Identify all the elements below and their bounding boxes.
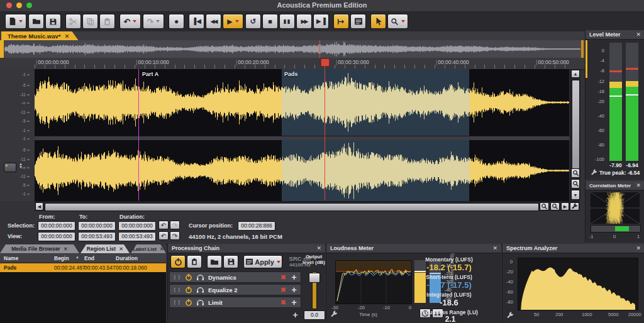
save-button[interactable] bbox=[45, 14, 61, 29]
scroll-down-button[interactable]: ▼ bbox=[571, 190, 580, 200]
paste-button[interactable] bbox=[99, 14, 115, 29]
selection-redo-button[interactable]: ↷ bbox=[170, 221, 180, 229]
effect-row-limit[interactable]: ⋮⋮ Limit ✖ ＋ bbox=[169, 297, 301, 308]
output-fader-handle[interactable] bbox=[309, 273, 320, 283]
document-tab[interactable]: Theme Music.wav* ✕ bbox=[1, 31, 78, 40]
column-begin[interactable]: Begin bbox=[54, 255, 69, 261]
effect-monitor-icon[interactable] bbox=[196, 287, 204, 293]
playhead-handle[interactable] bbox=[321, 58, 330, 67]
effect-power-icon[interactable] bbox=[185, 286, 192, 293]
undo-dropdown-icon[interactable] bbox=[133, 20, 136, 23]
column-end[interactable]: End bbox=[84, 255, 94, 261]
processing-chain-close-icon[interactable]: ✕ bbox=[316, 245, 321, 251]
chain-open-button[interactable] bbox=[207, 255, 222, 268]
effect-add-icon[interactable]: ＋ bbox=[290, 297, 298, 308]
level-meter-close-icon[interactable]: ✕ bbox=[636, 31, 641, 38]
tab-label-list[interactable]: Label List✕ bbox=[131, 244, 166, 253]
effect-row-dynamics[interactable]: ⋮⋮ Dynamics ✖ ＋ bbox=[169, 271, 301, 283]
tab-close-icon[interactable]: ✕ bbox=[64, 246, 68, 252]
view-redo-button[interactable]: ↷ bbox=[170, 231, 180, 240]
effect-name[interactable]: Dynamics bbox=[208, 274, 236, 281]
scroll-right-button[interactable]: ▶ bbox=[561, 202, 569, 211]
waveform-channel-1[interactable] bbox=[35, 69, 569, 136]
redo-button[interactable]: ↷ bbox=[143, 14, 164, 29]
region-row-pads[interactable]: Pads 00:00:24.487 00:00:43.547 00:00:19.… bbox=[0, 263, 166, 272]
drag-handle-icon[interactable]: ⋮⋮ bbox=[172, 287, 181, 293]
view-duration-field[interactable]: 00:00:53:493 bbox=[118, 232, 156, 241]
fast-forward-button[interactable]: ▶▶ bbox=[296, 14, 312, 29]
pause-button[interactable]: ▮▮ bbox=[279, 14, 295, 29]
view-to-field[interactable]: 00:00:53:493 bbox=[78, 232, 116, 241]
vertical-scroll-thumb[interactable] bbox=[572, 80, 580, 169]
view-undo-button[interactable]: ↶ bbox=[158, 231, 169, 240]
column-duration[interactable]: Duration bbox=[116, 255, 138, 261]
horizontal-scroll-thumb[interactable] bbox=[45, 203, 539, 211]
apply-dropdown-icon[interactable] bbox=[277, 261, 280, 263]
chain-power-button[interactable] bbox=[170, 255, 186, 268]
selection-from-field[interactable]: 00:00:00:000 bbox=[38, 221, 75, 231]
play-button[interactable]: ▶ bbox=[223, 14, 243, 29]
selection-duration-field[interactable]: 00:00:00:000 bbox=[118, 221, 156, 231]
drag-handle-icon[interactable]: ⋮⋮ bbox=[172, 275, 181, 280]
copy-button[interactable] bbox=[82, 14, 98, 29]
effect-name[interactable]: Equalize 2 bbox=[208, 287, 237, 293]
loop-button[interactable]: ↺ bbox=[245, 14, 261, 29]
zoom-tool-button[interactable] bbox=[387, 14, 408, 29]
stop-button[interactable]: ■ bbox=[262, 14, 278, 29]
tab-media-file-browser[interactable]: Media File Browser✕ bbox=[0, 244, 79, 253]
selection-tool-button[interactable] bbox=[370, 14, 386, 29]
append-effect-icon[interactable]: ＋ bbox=[291, 309, 299, 320]
effect-add-icon[interactable]: ＋ bbox=[290, 271, 298, 283]
correlation-meter-close-icon[interactable]: ✕ bbox=[636, 182, 641, 189]
rewind-button[interactable]: ◀◀ bbox=[206, 14, 221, 29]
effect-name[interactable]: Limit bbox=[208, 299, 223, 306]
spectrum-analyzer-close-icon[interactable]: ✕ bbox=[636, 245, 641, 251]
overview-waveform[interactable] bbox=[4, 41, 580, 57]
tab-region-list[interactable]: Region List✕ bbox=[80, 244, 130, 253]
chain-paste-button[interactable] bbox=[187, 255, 202, 268]
waveform-channel-2[interactable] bbox=[35, 140, 569, 201]
loudness-settings-wrench-icon[interactable] bbox=[330, 310, 338, 318]
document-tab-close-icon[interactable]: ✕ bbox=[64, 33, 69, 40]
effect-delete-icon[interactable]: ✖ bbox=[280, 298, 286, 307]
trim-tool-button[interactable] bbox=[333, 14, 349, 29]
level-meter-settings-wrench-icon[interactable] bbox=[591, 169, 597, 176]
view-from-field[interactable]: 00:00:00:000 bbox=[38, 232, 75, 241]
wave-settings-wrench-icon[interactable] bbox=[570, 202, 579, 211]
tab-close-icon[interactable]: ✕ bbox=[160, 246, 164, 252]
zoom-dropdown-icon[interactable] bbox=[401, 20, 405, 23]
selection-undo-button[interactable]: ↶ bbox=[158, 221, 169, 229]
horizontal-scrollbar[interactable]: ◀ ▶ bbox=[35, 201, 580, 212]
column-name[interactable]: Name bbox=[4, 255, 18, 261]
new-file-dropdown-icon[interactable] bbox=[19, 20, 23, 23]
undo-button[interactable]: ↶ bbox=[119, 14, 141, 29]
go-to-start-button[interactable]: ▐◀ bbox=[189, 14, 204, 29]
zoom-in-horizontal-button[interactable] bbox=[540, 202, 549, 211]
scroll-up-button[interactable]: ▲ bbox=[571, 70, 580, 78]
effect-monitor-icon[interactable] bbox=[196, 299, 204, 306]
marker-part-a-line[interactable] bbox=[138, 69, 139, 200]
zoom-out-horizontal-button[interactable] bbox=[550, 202, 560, 211]
cut-button[interactable] bbox=[65, 14, 81, 29]
selection-to-field[interactable]: 00:00:00:000 bbox=[78, 221, 116, 231]
drag-handle-icon[interactable]: ⋮⋮ bbox=[172, 300, 181, 305]
effect-add-icon[interactable]: ＋ bbox=[290, 284, 298, 295]
loudness-meter-close-icon[interactable]: ✕ bbox=[492, 245, 497, 251]
record-button[interactable]: ● bbox=[169, 14, 184, 29]
zoom-in-vertical-button[interactable] bbox=[571, 168, 580, 178]
zoom-out-vertical-button[interactable] bbox=[571, 179, 580, 189]
playlist-button[interactable] bbox=[350, 14, 366, 29]
effect-monitor-icon[interactable] bbox=[196, 274, 204, 281]
redo-dropdown-icon[interactable] bbox=[156, 20, 160, 23]
effect-row-equalize[interactable]: ⋮⋮ Equalize 2 ✖ ＋ bbox=[169, 284, 301, 295]
new-file-button[interactable] bbox=[5, 14, 26, 29]
cursor-position-field[interactable]: 00:00:28:886 bbox=[238, 221, 275, 231]
scroll-left-button[interactable]: ◀ bbox=[35, 202, 43, 211]
channel-1-options-button[interactable] bbox=[4, 163, 16, 172]
open-button[interactable] bbox=[28, 14, 44, 29]
effect-delete-icon[interactable]: ✖ bbox=[280, 273, 286, 282]
apply-button[interactable]: Apply bbox=[243, 255, 282, 268]
play-dropdown-icon[interactable] bbox=[235, 20, 239, 23]
output-level-value[interactable]: 0.0 bbox=[304, 310, 325, 320]
effect-power-icon[interactable] bbox=[185, 273, 192, 281]
